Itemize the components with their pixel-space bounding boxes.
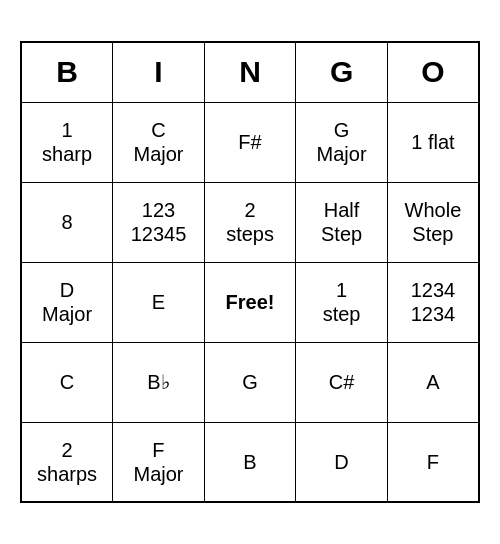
header-col-n: N bbox=[204, 42, 296, 102]
cell-r0-c2: F# bbox=[204, 102, 296, 182]
cell-r4-c0: 2sharps bbox=[21, 422, 113, 502]
row-2: DMajorEFree!1step12341234 bbox=[21, 262, 479, 342]
cell-r0-c1: CMajor bbox=[113, 102, 205, 182]
cell-r1-c4: WholeStep bbox=[387, 182, 479, 262]
header-col-i: I bbox=[113, 42, 205, 102]
row-1: 8123123452stepsHalfStepWholeStep bbox=[21, 182, 479, 262]
header-col-b: B bbox=[21, 42, 113, 102]
cell-r2-c3: 1step bbox=[296, 262, 388, 342]
row-3: CB♭GC#A bbox=[21, 342, 479, 422]
cell-r0-c3: GMajor bbox=[296, 102, 388, 182]
cell-r2-c1: E bbox=[113, 262, 205, 342]
header-col-g: G bbox=[296, 42, 388, 102]
cell-r0-c4: 1 flat bbox=[387, 102, 479, 182]
row-0: 1sharpCMajorF#GMajor1 flat bbox=[21, 102, 479, 182]
cell-r3-c3: C# bbox=[296, 342, 388, 422]
header-row: BINGO bbox=[21, 42, 479, 102]
row-4: 2sharpsFMajorBDF bbox=[21, 422, 479, 502]
header-col-o: O bbox=[387, 42, 479, 102]
cell-r1-c1: 12312345 bbox=[113, 182, 205, 262]
cell-r1-c3: HalfStep bbox=[296, 182, 388, 262]
cell-r3-c0: C bbox=[21, 342, 113, 422]
cell-r3-c2: G bbox=[204, 342, 296, 422]
cell-r2-c0: DMajor bbox=[21, 262, 113, 342]
cell-r1-c0: 8 bbox=[21, 182, 113, 262]
free-cell: Free! bbox=[204, 262, 296, 342]
cell-r0-c0: 1sharp bbox=[21, 102, 113, 182]
bingo-card: BINGO 1sharpCMajorF#GMajor1 flat81231234… bbox=[20, 41, 480, 503]
cell-r3-c4: A bbox=[387, 342, 479, 422]
cell-r4-c2: B bbox=[204, 422, 296, 502]
cell-r4-c1: FMajor bbox=[113, 422, 205, 502]
cell-r3-c1: B♭ bbox=[113, 342, 205, 422]
cell-r4-c4: F bbox=[387, 422, 479, 502]
cell-r4-c3: D bbox=[296, 422, 388, 502]
cell-r2-c4: 12341234 bbox=[387, 262, 479, 342]
cell-r1-c2: 2steps bbox=[204, 182, 296, 262]
